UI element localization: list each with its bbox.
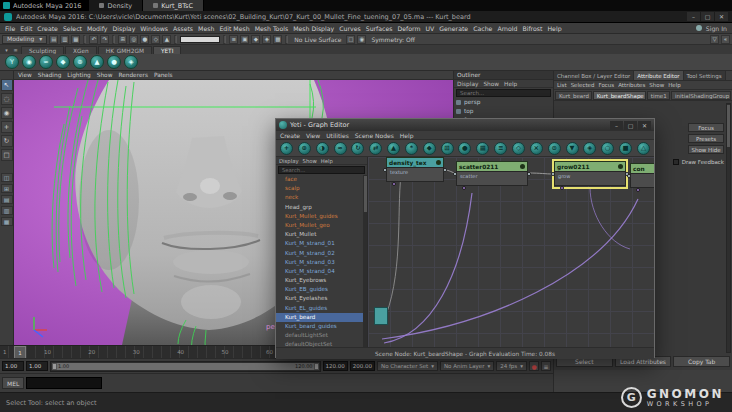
yeti-comb-icon[interactable]: ⊕: [73, 55, 87, 69]
menu-item[interactable]: Create: [37, 25, 58, 32]
highlight-selection-icon[interactable]: ◉: [357, 35, 366, 44]
menu-item[interactable]: Surfaces: [366, 25, 393, 32]
character-set-dropdown[interactable]: No Character Set ▾: [377, 361, 438, 371]
minimize-button[interactable]: –: [610, 121, 623, 130]
anim-layer-dropdown[interactable]: No Anim Layer ▾: [440, 361, 494, 371]
graph-editor-menu-item[interactable]: Help: [400, 132, 414, 139]
taskbar-app[interactable]: Autodesk Maya 2016: [0, 0, 89, 11]
paint-select-tool[interactable]: ◉: [1, 107, 13, 119]
attribute-editor-menu-item[interactable]: Selected: [571, 82, 595, 88]
shelf-tab[interactable]: YETI: [153, 46, 181, 54]
scatter-node-icon[interactable]: ◇: [512, 142, 525, 155]
attribute-editor-menu-item[interactable]: Attributes: [618, 82, 645, 88]
blend-node-icon[interactable]: ◑: [316, 142, 329, 155]
viewport-menu-item[interactable]: Lighting: [67, 72, 90, 78]
animation-start-field[interactable]: 1.00: [2, 361, 24, 371]
menu-item[interactable]: Edit: [20, 25, 32, 32]
taskbar-tab[interactable]: Kurt_BTsC: [143, 0, 204, 11]
menu-set-dropdown[interactable]: Modeling ▾: [2, 35, 47, 44]
animation-end-field[interactable]: 200.00: [350, 361, 375, 371]
taskbar-tab[interactable]: Density: [89, 0, 143, 11]
mel-toggle-button[interactable]: MEL: [2, 377, 24, 389]
menu-item[interactable]: Display: [113, 25, 136, 32]
ipr-render-icon[interactable]: ◈: [262, 35, 271, 44]
convert-node-icon[interactable]: ⇄: [369, 142, 382, 155]
viewport-menu-item[interactable]: Show: [97, 72, 113, 78]
shelf-gear-icon[interactable]: ≡: [11, 46, 20, 54]
layout-persp-outliner[interactable]: ▤: [1, 195, 13, 204]
yeti-node-icon[interactable]: Y: [5, 55, 19, 69]
tree-search-input[interactable]: Search...: [278, 166, 365, 174]
clump-node-icon[interactable]: ≈: [334, 142, 347, 155]
tree-menu-item[interactable]: Help: [321, 158, 333, 164]
tree-item[interactable]: face: [276, 175, 367, 184]
tree-item[interactable]: Kurt_beard: [276, 313, 367, 322]
auto-keyframe-icon[interactable]: ●: [529, 361, 539, 371]
yeti-texture-icon[interactable]: ●: [107, 55, 121, 69]
attribute-node-tab[interactable]: time1: [647, 91, 670, 100]
feedback-port[interactable]: [560, 186, 564, 190]
shelf-menu-icon[interactable]: ▾: [2, 46, 11, 54]
graph-editor-menu-item[interactable]: Scene Nodes: [355, 132, 394, 139]
guide-node-icon[interactable]: ●: [458, 142, 471, 155]
shelf-tab[interactable]: XGen: [65, 46, 97, 54]
transform-node-icon[interactable]: ◈: [583, 142, 596, 155]
tree-item[interactable]: scalp: [276, 184, 367, 193]
scale-tool[interactable]: □: [1, 149, 13, 161]
yeti-graph-editor-window[interactable]: Yeti - Graph Editor – ▢ ✕ CreateViewUtil…: [275, 118, 655, 358]
layout-four-pane[interactable]: ⊞: [1, 184, 13, 193]
grow-node-icon[interactable]: ⊞: [441, 142, 454, 155]
render-view-icon[interactable]: ▣: [240, 35, 249, 44]
texture-node-icon[interactable]: ▼: [566, 142, 579, 155]
layout-single-pane[interactable]: ◫: [1, 173, 13, 182]
sort-icon[interactable]: ▽: [710, 35, 719, 44]
twist-node-icon[interactable]: ○: [601, 142, 614, 155]
outliner-menu-item[interactable]: Help: [504, 81, 517, 87]
layout-persp-graph[interactable]: ▥: [1, 206, 13, 215]
graph-editor-titlebar[interactable]: Yeti - Graph Editor – ▢ ✕: [276, 119, 654, 131]
tree-item[interactable]: Kurt_Eyelashes: [276, 294, 367, 303]
yeti-create-icon[interactable]: ≈: [39, 55, 53, 69]
yeti-cache-icon[interactable]: ▲: [90, 55, 104, 69]
outliner-menu-item[interactable]: Show: [483, 81, 499, 87]
menu-item[interactable]: Arnold: [497, 25, 517, 32]
outliner-item[interactable]: persp: [454, 98, 553, 107]
attribute-editor-bottom-button[interactable]: Copy Tab: [673, 356, 730, 367]
sign-in-link[interactable]: Sign In: [706, 25, 727, 32]
tree-item[interactable]: Kurt_M_strand_04: [276, 267, 367, 276]
viewport-menu-item[interactable]: Shading: [38, 72, 62, 78]
maximize-button[interactable]: ▢: [701, 12, 714, 21]
undo-icon[interactable]: ↶: [89, 35, 98, 44]
minimize-button[interactable]: –: [687, 12, 700, 21]
range-end-handle[interactable]: [314, 363, 319, 370]
graph-node-con[interactable]: con: [630, 163, 654, 189]
separator[interactable]: [112, 35, 115, 44]
move-tool[interactable]: +: [1, 121, 13, 133]
yeti-groom-icon[interactable]: ◉: [22, 55, 36, 69]
attribute-node-tab[interactable]: Kurt_beardShape: [593, 91, 646, 100]
viewport-menu-item[interactable]: View: [18, 72, 32, 78]
input-port[interactable]: [383, 168, 387, 172]
tree-item[interactable]: Kurt_Mullet_geo: [276, 221, 367, 230]
outliner-search-input[interactable]: Search...: [456, 89, 551, 97]
menu-item[interactable]: Assets: [173, 25, 193, 32]
snap-grid-icon[interactable]: ⊞: [118, 35, 127, 44]
tree-item[interactable]: Kurt_Eyebrows: [276, 276, 367, 285]
graph-editor-menu-item[interactable]: View: [306, 132, 320, 139]
graph-canvas[interactable]: density_textexturescatter0211scattergrow…: [368, 157, 654, 347]
displacement-node-icon[interactable]: ◆: [423, 142, 436, 155]
scraggle-node-icon[interactable]: ×: [530, 142, 543, 155]
tree-item[interactable]: Kurt_M_strand_03: [276, 258, 367, 267]
output-port[interactable]: [527, 172, 531, 176]
feedback-port[interactable]: [462, 186, 466, 190]
tree-item[interactable]: Kurt_Mullet: [276, 230, 367, 239]
save-scene-icon[interactable]: ▦: [71, 35, 80, 44]
menu-item[interactable]: Windows: [140, 25, 168, 32]
separator[interactable]: [174, 35, 177, 44]
feedback-port[interactable]: [636, 188, 640, 192]
new-scene-icon[interactable]: ▤: [49, 35, 58, 44]
tree-item[interactable]: Kurt_EL_guides: [276, 304, 367, 313]
output-port[interactable]: [443, 168, 447, 172]
menu-item[interactable]: Mesh Tools: [255, 25, 289, 32]
viewport-menu-item[interactable]: Renderers: [118, 72, 147, 78]
